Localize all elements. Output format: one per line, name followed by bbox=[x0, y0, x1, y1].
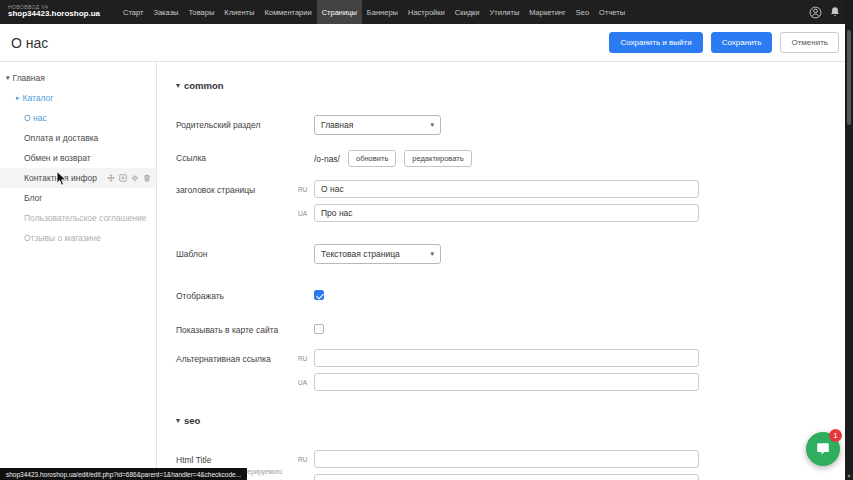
field-template: Шаблон Текстовая страница ▾ bbox=[176, 244, 845, 264]
save-button[interactable]: Сохранить bbox=[711, 32, 773, 53]
field-link: Ссылка /o-nas/ обновить редактировать bbox=[176, 148, 845, 167]
lang-ua-label: UA bbox=[298, 379, 310, 386]
menu-item-seo[interactable]: Seo bbox=[571, 0, 594, 24]
chevron-right-icon[interactable]: ▸ bbox=[16, 94, 20, 102]
field-label: Отображать bbox=[176, 286, 314, 302]
chat-unread-badge: 1 bbox=[829, 429, 842, 442]
sidebar-item-exchange-return[interactable]: Обмен и возврат bbox=[0, 148, 156, 168]
display-checkbox[interactable] bbox=[314, 290, 324, 300]
menu-item-marketing[interactable]: Маркетинг bbox=[524, 0, 570, 24]
link-preview-statusbar: shop34423.horoshop.ua/edit/edit.php?id=6… bbox=[0, 468, 247, 480]
page-title-ru-input[interactable] bbox=[314, 180, 699, 198]
app-window: НОВОВВОД V4 shop34423.horoshop.ua Старт … bbox=[0, 0, 853, 480]
field-html-title: Html Title Полная замена title, генериру… bbox=[176, 450, 845, 480]
menu-item-start[interactable]: Старт bbox=[118, 0, 148, 24]
field-display: Отображать bbox=[176, 286, 845, 302]
alt-link-ua-input[interactable] bbox=[314, 373, 699, 391]
main-menu: Старт Заказы Товары Клиенты Комментарии … bbox=[118, 0, 630, 24]
chat-launcher-button[interactable]: 1 bbox=[806, 432, 840, 466]
menu-item-comments[interactable]: Комментарии bbox=[259, 0, 316, 24]
add-icon[interactable] bbox=[119, 174, 127, 182]
field-label: Шаблон bbox=[176, 244, 314, 264]
menu-item-discounts[interactable]: Скидки bbox=[450, 0, 485, 24]
menu-item-clients[interactable]: Клиенты bbox=[219, 0, 259, 24]
template-select[interactable]: Текстовая страница ▾ bbox=[314, 244, 441, 264]
sidebar-item-catalog[interactable]: ▸ Каталог bbox=[0, 88, 156, 108]
chevron-down-icon[interactable]: ▾ bbox=[176, 81, 180, 90]
page-header: О нас Сохранить и выйти Сохранить Отмени… bbox=[0, 24, 853, 62]
section-title: common bbox=[184, 80, 224, 91]
lang-ru-label: RU bbox=[298, 355, 310, 362]
scroll-down-icon[interactable]: ▾ bbox=[845, 472, 853, 479]
sidebar-item-home[interactable]: ▾ Главная bbox=[0, 68, 156, 88]
topbar-icons bbox=[809, 6, 841, 19]
page-title-ua-input[interactable] bbox=[314, 204, 699, 222]
sidebar-item-label: Контактная инфор bbox=[24, 173, 97, 183]
sitemap-checkbox[interactable] bbox=[314, 324, 324, 334]
sidebar-item-blog[interactable]: Блог bbox=[0, 188, 156, 208]
alt-link-ru-input[interactable] bbox=[314, 349, 699, 367]
sidebar-item-label: Главная bbox=[13, 73, 45, 83]
section-seo-header[interactable]: ▾ seo bbox=[176, 415, 845, 426]
field-sitemap: Показывать в карте сайта bbox=[176, 320, 845, 336]
sidebar-item-about[interactable]: О нас bbox=[0, 108, 156, 128]
section-common-header[interactable]: ▾ common bbox=[176, 80, 845, 91]
update-link-button[interactable]: обновить bbox=[348, 150, 396, 167]
field-label: Родительский раздел bbox=[176, 115, 314, 135]
sidebar-item-label: Обмен и возврат bbox=[24, 153, 91, 163]
chevron-down-icon[interactable]: ▾ bbox=[176, 416, 180, 425]
parent-section-select[interactable]: Главная ▾ bbox=[314, 115, 441, 135]
logo-domain-label: shop34423.horoshop.ua bbox=[8, 10, 100, 18]
sidebar-item-contact-info[interactable]: Контактная инфор bbox=[0, 168, 156, 188]
field-page-title: заголовок страницы RU UA bbox=[176, 180, 845, 222]
tree-row-actions bbox=[107, 174, 151, 182]
chevron-down-icon[interactable]: ▾ bbox=[6, 74, 10, 82]
sidebar-item-label: Пользовательское соглашение bbox=[24, 213, 146, 223]
cancel-button[interactable]: Отменить bbox=[780, 32, 839, 53]
field-parent-section: Родительский раздел Главная ▾ bbox=[176, 115, 845, 135]
page-title: О нас bbox=[11, 35, 48, 51]
field-label-text: Html Title bbox=[176, 455, 314, 466]
field-label: заголовок страницы bbox=[176, 180, 314, 222]
account-icon[interactable] bbox=[809, 6, 822, 19]
chat-bubble-icon bbox=[815, 441, 831, 457]
chevron-down-icon: ▾ bbox=[430, 121, 434, 129]
select-value: Текстовая страница bbox=[321, 249, 400, 259]
sidebar-item-label: Блог bbox=[24, 193, 42, 203]
delete-icon[interactable] bbox=[143, 174, 151, 182]
scrollbar[interactable]: ▾ bbox=[845, 0, 853, 480]
field-label: Показывать в карте сайта bbox=[176, 320, 314, 336]
select-value: Главная bbox=[321, 120, 353, 130]
field-label: Ссылка bbox=[176, 148, 314, 167]
lang-ru-label: RU bbox=[298, 456, 310, 463]
html-title-ru-input[interactable] bbox=[314, 450, 699, 468]
sidebar-item-label: О нас bbox=[24, 113, 47, 123]
lang-ru-label: RU bbox=[298, 186, 310, 193]
sidebar-item-label: Отзывы о магазине bbox=[24, 233, 101, 243]
sidebar-item-payment-delivery[interactable]: Оплата и доставка bbox=[0, 128, 156, 148]
notifications-icon[interactable] bbox=[829, 6, 841, 18]
page-edit-form: ▾ common Родительский раздел Главная ▾ С… bbox=[158, 62, 845, 480]
sidebar-item-user-agreement[interactable]: Пользовательское соглашение bbox=[0, 208, 156, 228]
html-title-ua-input[interactable] bbox=[314, 474, 699, 480]
link-path: /o-nas/ bbox=[314, 154, 340, 164]
sidebar-item-store-reviews[interactable]: Отзывы о магазине bbox=[0, 228, 156, 248]
menu-item-reports[interactable]: Отчеты bbox=[594, 0, 630, 24]
menu-item-settings[interactable]: Настройки bbox=[403, 0, 450, 24]
sidebar-item-label: Оплата и доставка bbox=[24, 133, 98, 143]
menu-item-products[interactable]: Товары bbox=[184, 0, 220, 24]
menu-item-pages[interactable]: Страницы bbox=[317, 0, 362, 24]
menu-item-utilities[interactable]: Утилиты bbox=[485, 0, 525, 24]
field-alt-link: Альтернативная ссылка RU UA bbox=[176, 349, 845, 391]
menu-item-orders[interactable]: Заказы bbox=[148, 0, 183, 24]
page-tree-sidebar: ▾ Главная ▸ Каталог О нас Оплата и доста… bbox=[0, 62, 157, 480]
chevron-down-icon: ▾ bbox=[430, 250, 434, 258]
scrollbar-thumb[interactable] bbox=[847, 30, 851, 125]
gear-icon[interactable] bbox=[131, 174, 139, 182]
menu-item-banners[interactable]: Баннеры bbox=[362, 0, 403, 24]
save-exit-button[interactable]: Сохранить и выйти bbox=[609, 32, 702, 53]
move-icon[interactable] bbox=[107, 174, 115, 182]
edit-link-button[interactable]: редактировать bbox=[404, 150, 471, 167]
field-label: Альтернативная ссылка bbox=[176, 349, 314, 391]
logo[interactable]: НОВОВВОД V4 shop34423.horoshop.ua bbox=[8, 5, 100, 19]
